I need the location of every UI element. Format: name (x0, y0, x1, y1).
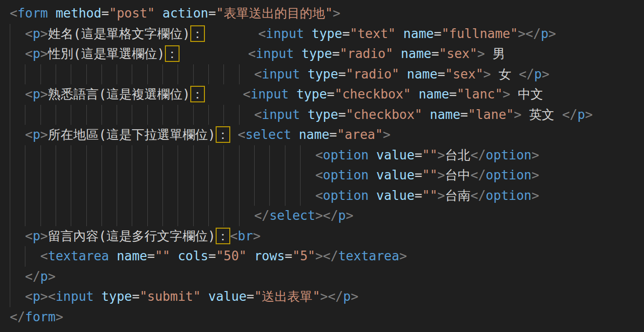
code-line-10[interactable]: <option value="">台南</option> (10, 186, 644, 206)
indent-guides (10, 186, 315, 206)
code-line-15[interactable]: <p><input type="submit" value="送出表單"></p… (10, 287, 644, 307)
indent-guides (10, 206, 254, 226)
indent-guides (10, 165, 315, 186)
indent-guides (10, 287, 25, 307)
indent-guides (10, 246, 40, 267)
code-line-6[interactable]: <input type="checkbox" name="lane"> 英文 <… (10, 105, 644, 125)
indent-guides (10, 64, 254, 85)
indent-guides (10, 44, 25, 64)
indent-guides (10, 84, 25, 105)
code-line-3[interactable]: <p>性別(這是單選欄位)： <input type="radio" name=… (10, 44, 644, 64)
indent-guides (10, 125, 25, 145)
unicode-highlight-box: ： (165, 45, 180, 62)
unicode-highlight-box: ： (190, 25, 205, 42)
code-line-9[interactable]: <option value="">台中</option> (10, 165, 644, 186)
unicode-highlight-box: ： (216, 228, 230, 244)
code-line-14[interactable]: </p> (10, 267, 644, 287)
indent-guides (10, 24, 25, 44)
code-line-16[interactable]: </form> (10, 307, 644, 328)
unicode-highlight-box: ： (190, 86, 205, 102)
code-line-12[interactable]: <p>留言內容(這是多行文字欄位)：<br> (10, 226, 644, 247)
code-line-2[interactable]: <p>姓名(這是單格文字欄位)： <input type="text" name… (10, 24, 644, 44)
code-editor[interactable]: <form method="post" action="表單送出的目的地"> <… (0, 0, 644, 332)
code-line-13[interactable]: <textarea name="" cols="50" rows="5"></t… (10, 246, 644, 267)
code-line-7[interactable]: <p>所在地區(這是下拉選單欄位)： <select name="area"> (10, 125, 644, 145)
code-line-4[interactable]: <input type="radio" name="sex"> 女 </p> (10, 64, 644, 85)
code-line-1[interactable]: <form method="post" action="表單送出的目的地"> (10, 3, 644, 24)
code-line-8[interactable]: <option value="">台北</option> (10, 145, 644, 166)
indent-guides (10, 145, 315, 166)
unicode-highlight-box: ： (216, 126, 230, 143)
indent-guides (10, 105, 254, 125)
code-line-5[interactable]: <p>熟悉語言(這是複選欄位)： <input type="checkbox" … (10, 84, 644, 105)
indent-guides (10, 267, 25, 287)
indent-guides (10, 226, 25, 247)
code-line-11[interactable]: </select></p> (10, 206, 644, 226)
